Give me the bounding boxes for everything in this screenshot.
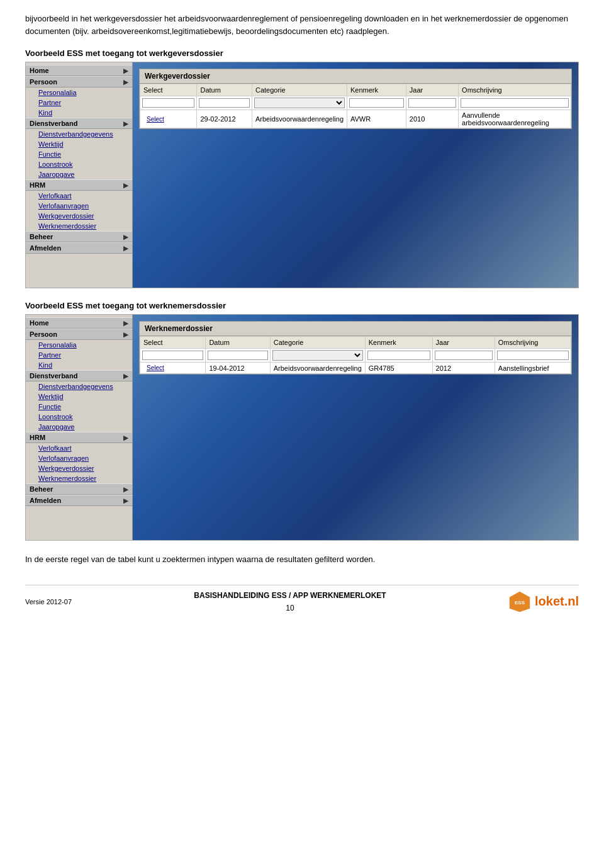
sidebar-item-functie[interactable]: Functie [33,149,132,159]
filter-categorie-cell-1 [252,96,347,110]
sidebar-item-jaaropgave[interactable]: Jaaropgave [33,169,132,179]
filter2-categorie-select[interactable] [272,350,363,361]
filter-omschrijving-input-1[interactable] [461,98,569,108]
table-row-2: Select 19-04-2012 Arbeidsvoorwaardenrege… [140,363,571,374]
filter2-omschrijving-cell [495,349,571,363]
main-content-werkgever: Werkgeverdossier Select Datum Categorie … [133,62,578,288]
sidebar2-item-jaaropgave[interactable]: Jaaropgave [33,422,132,432]
filter-categorie-select-1[interactable] [254,98,345,108]
row1-kenmerk: AVWR [347,110,406,128]
sidebar2-item-personalia[interactable]: Personalalia [33,340,132,350]
sidebar2-afmelden-section[interactable]: Afmelden ▶ [26,495,132,506]
sidebar2-hrm-section[interactable]: HRM ▶ [26,432,132,443]
sidebar-item-personalia[interactable]: Personalalia [33,87,132,98]
row1-select: Select [140,110,197,128]
sidebar-item-werktijd[interactable]: Werktijd [33,139,132,149]
filter-datum-cell-1 [197,96,252,110]
footer-page: 10 [72,604,508,612]
sidebar2-item-werktijd[interactable]: Werktijd [33,392,132,402]
sidebar-afmelden-section[interactable]: Afmelden ▶ [26,242,132,254]
sidebar2-item-kind[interactable]: Kind [33,360,132,370]
sidebar-sub-persoon: Personalalia Partner Kind [26,87,132,118]
afmelden2-arrow-icon: ▶ [123,497,128,504]
dossier1-title: Werkgeverdossier [140,69,571,84]
sidebar-item-kind[interactable]: Kind [33,108,132,118]
row2-kenmerk: GR4785 [365,363,432,374]
dossier2-table: Select Datum Categorie Kenmerk Jaar Omsc… [140,336,571,374]
select-button-2[interactable]: Select [143,364,167,372]
sidebar2-afmelden-label: Afmelden [30,497,61,504]
sidebar2-item-functie[interactable]: Functie [33,402,132,412]
filter-datum-input-1[interactable] [199,98,250,108]
svg-text:ESS: ESS [515,599,525,605]
row1-categorie: Arbeidsvoorwaardenregeling [252,110,347,128]
filter-row-1 [140,96,571,110]
afmelden-arrow-icon: ▶ [123,245,128,252]
sidebar2-dienstverband-section[interactable]: Dienstverband ▶ [26,370,132,381]
screenshot-werknemer: Home ▶ Persoon ▶ Personalalia Partner Ki… [25,314,579,541]
section2-title: Voorbeeld ESS met toegang tot werknemers… [25,301,579,310]
filter2-select-input[interactable] [142,351,203,360]
sidebar2-item-dvgegevens[interactable]: Dienstverbandgegevens [33,381,132,392]
col-select-1: Select [140,84,197,96]
sidebar2-dienstverband-label: Dienstverband [30,372,77,380]
row2-categorie: Arbeidsvoorwaardenregeling [270,363,365,374]
filter2-omschrijving-input[interactable] [497,351,569,360]
col-datum-1: Datum [197,84,252,96]
col-kenmerk-1: Kenmerk [347,84,406,96]
col2-categorie: Categorie [270,337,365,349]
sidebar-item-dvgegevens[interactable]: Dienstverbandgegevens [33,129,132,139]
row1-omschrijving: Aanvullende arbeidsvoorwaardenregeling [459,110,571,128]
sidebar-dienstverband-section[interactable]: Dienstverband ▶ [26,118,132,129]
filter2-kenmerk-cell [365,349,432,363]
row2-select: Select [140,363,206,374]
dossier2-panel: Werknemerdossier Select Datum Categorie … [139,321,572,375]
filter-kenmerk-cell-1 [347,96,406,110]
filter-kenmerk-input-1[interactable] [349,98,404,108]
filter2-kenmerk-input[interactable] [367,351,430,360]
sidebar2-beheer-label: Beheer [30,485,53,493]
loket-logo-icon: ESS [508,590,531,613]
row2-datum: 19-04-2012 [206,363,270,374]
sidebar-beheer-section[interactable]: Beheer ▶ [26,231,132,242]
sidebar-hrm-section[interactable]: HRM ▶ [26,179,132,191]
filter2-datum-input[interactable] [208,351,267,360]
filter-jaar-input-1[interactable] [408,98,456,108]
filter2-jaar-input[interactable] [435,351,493,360]
sidebar-item-werknemerdossier1[interactable]: Werknemerdossier [33,221,132,231]
persoon-arrow-icon: ▶ [123,79,128,86]
filter-select-cell-1 [140,96,197,110]
sidebar-item-werkgeverdossier[interactable]: Werkgeverdossier [33,211,132,221]
sidebar2-beheer-section[interactable]: Beheer ▶ [26,483,132,495]
col-jaar-1: Jaar [406,84,458,96]
sidebar-item-verlofaanvragen[interactable]: Verlofaanvragen [33,201,132,211]
sidebar-werknemer: Home ▶ Persoon ▶ Personalalia Partner Ki… [26,315,133,540]
sidebar2-item-werknemerdossier[interactable]: Werknemerdossier [33,473,132,483]
filter-select-input-1[interactable] [142,98,194,108]
sidebar2-persoon-section[interactable]: Persoon ▶ [26,329,132,340]
footer-note: In de eerste regel van de tabel kunt u z… [25,553,579,566]
sidebar2-home-row[interactable]: Home ▶ [26,317,132,329]
persoon2-arrow-icon: ▶ [123,331,128,338]
sidebar2-item-partner[interactable]: Partner [33,350,132,360]
home2-arrow-icon: ▶ [123,320,128,327]
sidebar-item-loonstrook[interactable]: Loonstrook [33,159,132,169]
hrm2-arrow-icon: ▶ [123,434,128,441]
sidebar-persoon-section[interactable]: Persoon ▶ [26,76,132,87]
hrm-arrow-icon: ▶ [123,182,128,189]
sidebar2-item-werkgeverdossier[interactable]: Werkgeverdossier [33,463,132,473]
sidebar2-item-verlofkaart[interactable]: Verlofkaart [33,443,132,453]
sidebar2-item-loonstrook[interactable]: Loonstrook [33,412,132,422]
select-button-1[interactable]: Select [143,115,167,123]
main-content-werknemer: Werknemerdossier Select Datum Categorie … [133,315,578,540]
dossier2-title: Werknemerdossier [140,322,571,336]
sidebar-item-partner[interactable]: Partner [33,98,132,108]
filter-omschrijving-cell-1 [459,96,571,110]
sidebar2-item-verlofaanvragen[interactable]: Verlofaanvragen [33,453,132,463]
row2-jaar: 2012 [432,363,495,374]
sidebar-sub-dienstverband: Dienstverbandgegevens Werktijd Functie L… [26,129,132,179]
sidebar2-persoon-label: Persoon [30,330,57,338]
sidebar-werkgever: Home ▶ Persoon ▶ Personalalia Partner Ki… [26,62,133,288]
sidebar-item-verlofkaart[interactable]: Verlofkaart [33,191,132,201]
sidebar-home-row[interactable]: Home ▶ [26,65,132,76]
